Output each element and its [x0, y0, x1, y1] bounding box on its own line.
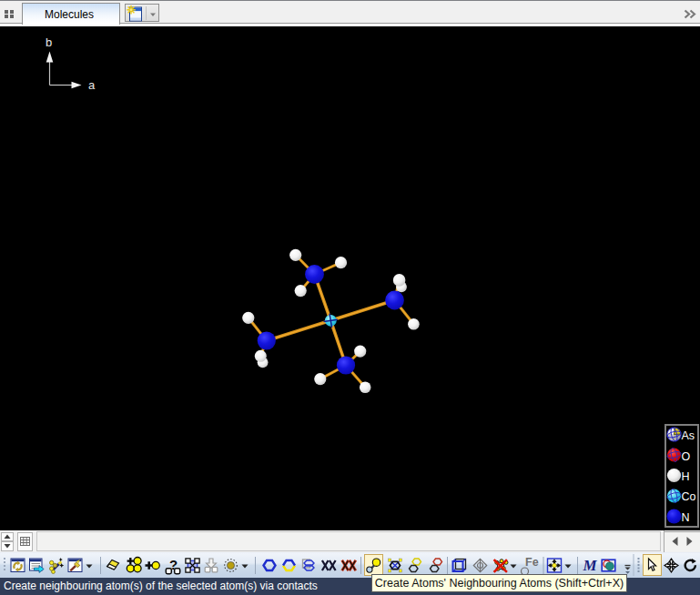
svg-text:b: b: [46, 35, 52, 49]
svg-text:M: M: [583, 557, 598, 574]
svg-text:Fe: Fe: [525, 556, 539, 569]
svg-text:a: a: [88, 78, 96, 92]
